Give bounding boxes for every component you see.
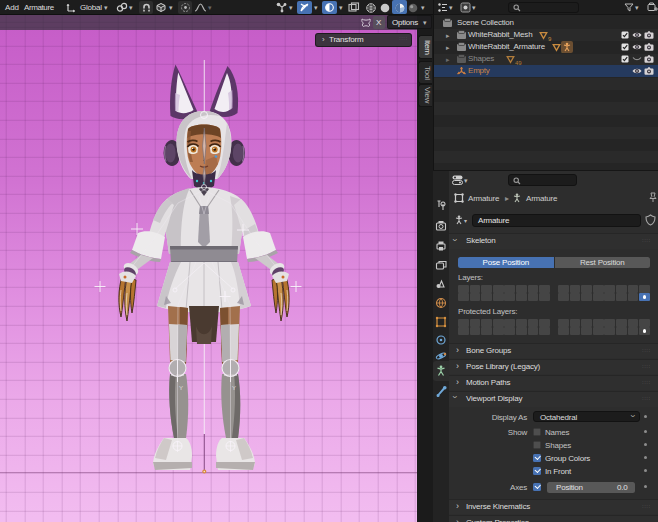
svg-text:Y: Y [179, 385, 183, 391]
svg-text:Y: Y [232, 385, 236, 391]
